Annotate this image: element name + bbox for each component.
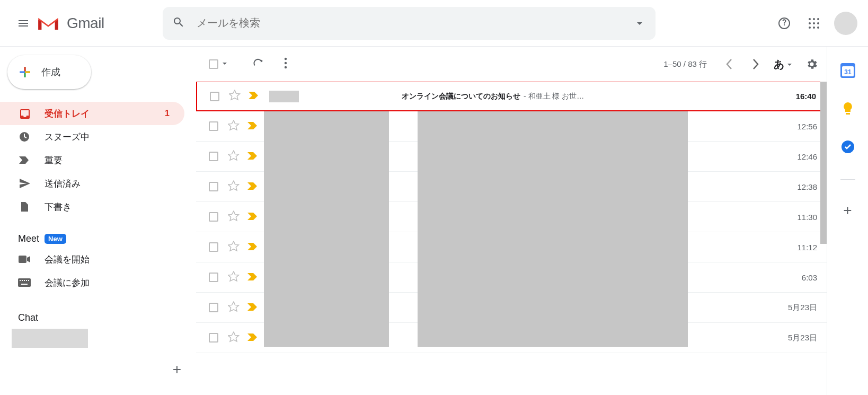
inbox-badge: 1 (165, 109, 170, 118)
sidebar-item-label: スヌーズ中 (45, 131, 90, 143)
star-icon[interactable] (228, 301, 240, 314)
pagination-range: 1–50 / 83 行 (663, 59, 707, 69)
search-bar[interactable] (163, 7, 656, 40)
sidebar-item-snoozed[interactable]: スヌーズ中 (0, 125, 196, 148)
settings-button[interactable] (802, 55, 821, 74)
important-marker-icon[interactable] (247, 181, 259, 192)
important-marker-icon[interactable] (247, 302, 259, 313)
more-button[interactable] (284, 57, 287, 71)
star-icon[interactable] (228, 180, 240, 194)
important-marker-icon[interactable] (247, 332, 259, 344)
time-cell: 6:03 (802, 273, 817, 282)
redacted-sender-block (264, 111, 389, 347)
sidebar-item-sent[interactable]: 送信済み (0, 172, 196, 195)
row-checkbox[interactable] (209, 212, 218, 222)
important-marker-icon[interactable] (247, 121, 259, 132)
row-checkbox[interactable] (209, 182, 218, 191)
google-apps-button[interactable] (804, 14, 823, 33)
keep-app-icon[interactable] (840, 101, 856, 117)
time-cell: 5月23日 (788, 333, 817, 343)
svg-point-5 (813, 22, 815, 24)
svg-point-7 (809, 27, 811, 29)
svg-point-1 (809, 18, 811, 20)
scrollbar-thumb[interactable] (820, 82, 827, 244)
meet-join-button[interactable]: 会議に参加 (0, 271, 196, 294)
meet-start-button[interactable]: 会議を開始 (0, 248, 196, 271)
message-row[interactable]: オンライン会議についてのお知らせ - 和亜土 様 お世… 16:40 (196, 82, 827, 111)
compose-button[interactable]: 作成 (7, 55, 91, 89)
gmail-logo[interactable]: Gmail (36, 14, 104, 32)
input-tools-button[interactable]: あ (774, 57, 793, 72)
star-icon[interactable] (228, 150, 240, 163)
calendar-app-icon[interactable]: 31 (840, 63, 856, 78)
row-checkbox[interactable] (209, 273, 218, 282)
row-checkbox[interactable] (209, 121, 218, 131)
search-options-dropdown[interactable] (633, 17, 646, 30)
plus-icon (18, 65, 32, 79)
select-all-dropdown-icon (222, 60, 228, 68)
svg-text:31: 31 (844, 68, 852, 76)
meet-start-label: 会議を開始 (45, 253, 90, 266)
svg-rect-16 (18, 278, 31, 287)
star-icon[interactable] (228, 241, 240, 254)
time-cell: 12:46 (797, 152, 817, 161)
sidebar-item-inbox[interactable]: 受信トレイ 1 (0, 102, 184, 125)
important-marker-icon[interactable] (247, 151, 259, 162)
important-icon (18, 154, 31, 166)
checkbox-icon (209, 59, 218, 69)
star-icon[interactable] (228, 120, 240, 133)
svg-point-6 (817, 22, 819, 24)
search-icon (172, 16, 185, 30)
redacted-content-block (418, 111, 688, 347)
svg-point-25 (285, 66, 287, 68)
svg-rect-13 (25, 71, 30, 73)
list-toolbar: 1–50 / 83 行 あ (196, 47, 827, 82)
star-icon[interactable] (229, 90, 241, 103)
older-button[interactable] (747, 56, 764, 73)
important-marker-icon[interactable] (247, 242, 259, 253)
main-pane: 1–50 / 83 行 あ オンライン会議についてのお (196, 47, 827, 395)
row-checkbox[interactable] (209, 242, 218, 252)
meet-join-label: 会議に参加 (45, 277, 90, 289)
sidebar-item-label: 下書き (45, 201, 72, 213)
chevron-down-icon (786, 58, 793, 71)
svg-point-2 (813, 18, 815, 20)
svg-rect-19 (24, 280, 25, 281)
row-checkbox[interactable] (210, 92, 219, 101)
svg-point-4 (809, 22, 811, 24)
sidebar-item-label: 重要 (45, 154, 63, 166)
gmail-logo-text: Gmail (67, 15, 104, 32)
new-chat-button[interactable]: + (173, 362, 181, 377)
svg-point-23 (285, 58, 287, 60)
row-checkbox[interactable] (209, 303, 218, 312)
tasks-app-icon[interactable] (840, 139, 856, 155)
sidebar-item-label: 受信トレイ (45, 108, 90, 120)
important-marker-icon[interactable] (248, 91, 260, 102)
time-cell: 11:30 (797, 213, 817, 222)
star-icon[interactable] (228, 331, 240, 345)
meet-section-label: Meet New (0, 233, 196, 244)
important-marker-icon[interactable] (247, 272, 259, 283)
newer-button[interactable] (721, 56, 738, 73)
row-checkbox[interactable] (209, 333, 218, 343)
sidebar-item-important[interactable]: 重要 (0, 148, 196, 172)
star-icon[interactable] (228, 210, 240, 224)
get-addons-button[interactable]: + (843, 202, 852, 219)
row-checkbox[interactable] (209, 152, 218, 161)
side-panel: 31 + (827, 47, 868, 395)
support-button[interactable] (775, 14, 794, 33)
sender-cell (269, 91, 402, 102)
sidebar-item-drafts[interactable]: 下書き (0, 195, 196, 218)
chat-section-label: Chat (0, 312, 196, 323)
camera-icon (18, 253, 31, 266)
important-marker-icon[interactable] (247, 212, 259, 223)
gmail-m-icon (36, 14, 60, 32)
subject-cell: オンライン会議についてのお知らせ - 和亜土 様 お世… (402, 92, 796, 101)
search-input[interactable] (196, 16, 633, 30)
star-icon[interactable] (228, 271, 240, 284)
account-avatar[interactable] (834, 12, 857, 35)
main-menu-button[interactable] (11, 11, 36, 36)
refresh-button[interactable] (252, 57, 264, 71)
select-all-checkbox[interactable] (209, 59, 228, 69)
compose-label: 作成 (41, 66, 60, 78)
